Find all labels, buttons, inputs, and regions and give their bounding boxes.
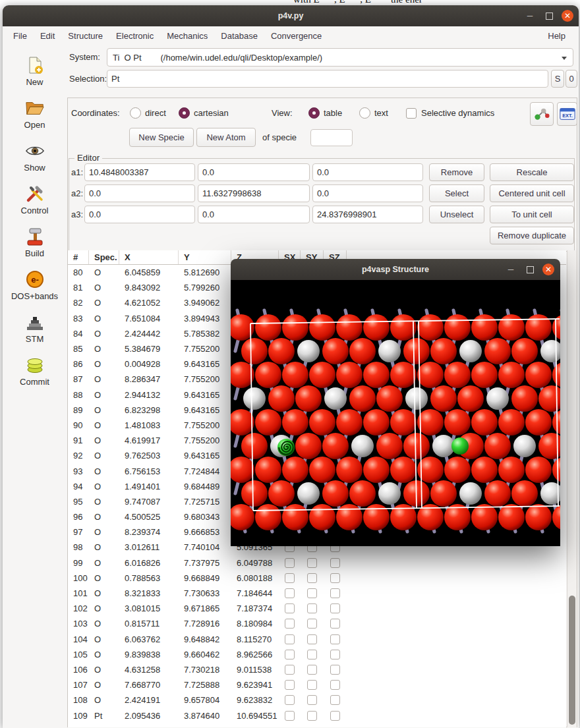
remove-button[interactable]: Remove [429, 163, 484, 181]
selection-s-button[interactable]: S [551, 70, 564, 88]
menu-item-database[interactable]: Database [214, 28, 264, 43]
sidebar-item-new[interactable]: New [5, 55, 65, 87]
checkbox-sx[interactable] [285, 588, 295, 598]
sidebar-item-dos-bands[interactable]: e-DOS+bands [5, 269, 65, 301]
checkbox-sy[interactable] [307, 680, 317, 690]
table-row[interactable]: 101O8.3218337.7306337.184644 [68, 586, 566, 601]
radio-text-label[interactable]: text [374, 108, 388, 118]
checkbox-sz[interactable] [330, 573, 340, 583]
radio-cartesian[interactable] [179, 107, 190, 119]
table-row[interactable]: 107O7.6687707.7258889.623941 [68, 677, 566, 692]
a1-x-field[interactable] [84, 163, 195, 181]
column-header-y[interactable]: Y [179, 250, 231, 264]
checkbox-sz[interactable] [330, 650, 340, 659]
radio-cartesian-label[interactable]: cartesian [194, 108, 229, 118]
checkbox-sx[interactable] [285, 711, 295, 721]
menu-item-electronic[interactable]: Electronic [109, 28, 160, 43]
radio-direct-label[interactable]: direct [145, 108, 166, 118]
checkbox-sz[interactable] [330, 634, 340, 644]
a3-x-field[interactable] [84, 206, 195, 223]
selection-input[interactable] [107, 70, 548, 88]
checkbox-sz[interactable] [330, 619, 340, 629]
structure-viewport[interactable] [231, 280, 560, 546]
menu-item-file[interactable]: File [7, 28, 34, 43]
table-row[interactable]: 99O6.0168267.7379756.049788 [68, 555, 566, 571]
a1-z-field[interactable] [312, 163, 423, 181]
radio-text[interactable] [359, 107, 370, 119]
radio-table[interactable] [308, 107, 320, 119]
checkbox-sy[interactable] [307, 588, 317, 598]
rescale-button[interactable]: Rescale [490, 163, 574, 181]
a2-x-field[interactable] [84, 184, 195, 202]
structure-minimize-button[interactable]: ─ [504, 263, 517, 276]
checkbox-sy[interactable] [307, 573, 317, 583]
a2-z-field[interactable] [312, 184, 423, 202]
select-button[interactable]: Select [429, 184, 484, 202]
new-atom-button[interactable]: New Atom [196, 128, 256, 147]
checkbox-sz[interactable] [330, 558, 340, 568]
column-header-spec[interactable]: Spec. [89, 250, 119, 264]
checkbox-sy[interactable] [307, 619, 317, 629]
checkbox-sx[interactable] [285, 558, 295, 568]
table-row[interactable]: 100O0.7885639.6688496.080188 [68, 571, 566, 586]
column-header-num[interactable]: # [68, 250, 89, 264]
column-header-x[interactable]: X [119, 250, 179, 264]
close-button[interactable]: ✕ [562, 10, 573, 22]
checkbox-sx[interactable] [285, 650, 295, 659]
structure-close-button[interactable]: ✕ [542, 264, 554, 275]
menu-item-help[interactable]: Help [541, 28, 572, 43]
table-row[interactable]: 102O3.0810159.6718657.187374 [68, 601, 566, 616]
menu-item-convergence[interactable]: Convergence [264, 28, 328, 43]
menu-item-edit[interactable]: Edit [34, 28, 61, 43]
selective-dynamics-label[interactable]: Selective dynamics [421, 108, 494, 118]
a3-y-field[interactable] [198, 206, 310, 223]
table-row[interactable]: 104O6.0637629.6488428.115270 [68, 632, 566, 647]
table-row[interactable]: 109Pt2.0954363.87464010.694551 [68, 708, 566, 723]
show-structure-button[interactable] [530, 102, 554, 126]
checkbox-sx[interactable] [285, 680, 295, 690]
checkbox-sx[interactable] [285, 619, 295, 629]
radio-direct[interactable] [130, 107, 141, 119]
system-combobox[interactable]: Ti O Pt (/home/win.udel.edu/qli/Desktop/… [107, 48, 573, 67]
minimize-button[interactable]: ─ [523, 9, 536, 22]
sidebar-item-stm[interactable]: STM [5, 312, 65, 344]
selection-0-button[interactable]: 0 [566, 70, 577, 88]
a2-y-field[interactable] [198, 184, 310, 202]
checkbox-sx[interactable] [285, 665, 295, 675]
maximize-button[interactable] [542, 9, 556, 22]
remove-duplicate-button[interactable]: Remove duplicate [490, 227, 574, 244]
menu-item-mechanics[interactable]: Mechanics [160, 28, 214, 43]
table-row[interactable]: 105O9.8398389.6604628.962566 [68, 647, 566, 662]
checkbox-sy[interactable] [307, 558, 317, 568]
table-row[interactable]: 106O4.6312587.7302189.011538 [68, 662, 566, 677]
checkbox-sz[interactable] [330, 711, 340, 721]
to-unit-cell-button[interactable]: To unit cell [490, 206, 574, 223]
checkbox-sx[interactable] [285, 634, 295, 644]
a1-y-field[interactable] [198, 163, 310, 181]
checkbox-sy[interactable] [307, 695, 317, 705]
checkbox-sy[interactable] [307, 650, 317, 659]
external-editor-button[interactable]: EXT. [557, 102, 577, 126]
checkbox-sz[interactable] [330, 695, 340, 705]
a3-z-field[interactable] [312, 206, 423, 223]
checkbox-sy[interactable] [307, 634, 317, 644]
structure-render[interactable] [231, 280, 560, 546]
vertical-scrollbar[interactable] [567, 250, 577, 727]
checkbox-sx[interactable] [285, 573, 295, 583]
checkbox-sz[interactable] [330, 680, 340, 690]
scrollbar-thumb[interactable] [569, 596, 575, 725]
sidebar-item-commit[interactable]: Commit [5, 355, 65, 387]
new-specie-button[interactable]: New Specie [129, 128, 194, 147]
checkbox-sz[interactable] [330, 603, 340, 613]
checkbox-sy[interactable] [307, 603, 317, 613]
checkbox-sy[interactable] [307, 711, 317, 721]
table-row[interactable]: 108O2.4241919.6578049.623832 [68, 692, 566, 708]
checkbox-sz[interactable] [330, 588, 340, 598]
structure-maximize-button[interactable] [523, 263, 536, 276]
radio-table-label[interactable]: table [324, 108, 342, 118]
checkbox-sx[interactable] [285, 695, 295, 705]
checkbox-sz[interactable] [330, 665, 340, 675]
selective-dynamics-checkbox[interactable] [406, 108, 417, 119]
of-specie-input[interactable] [310, 129, 353, 146]
table-row[interactable]: 103O0.8157117.7289168.180984 [68, 616, 566, 631]
